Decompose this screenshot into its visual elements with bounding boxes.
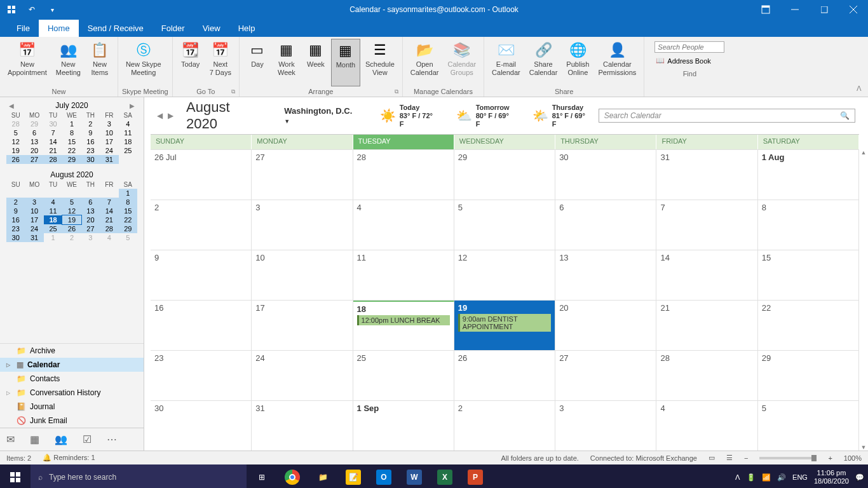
day-cell[interactable]: 22 [758,301,859,350]
minical-day[interactable]: 17 [100,137,118,146]
minical-day[interactable]: 6 [81,198,100,207]
minical-day[interactable]: 13 [25,137,43,146]
day-cell[interactable]: 3 [555,401,656,451]
day-cell[interactable]: 6 [555,200,656,250]
chrome-icon[interactable] [277,464,308,488]
minical-day[interactable]: 21 [100,215,118,224]
work-week-button[interactable]: ▦Work Week [273,39,301,86]
minical-day[interactable]: 7 [100,198,118,207]
nav-junk[interactable]: 🚫Junk Email [0,414,144,428]
minical-day[interactable]: 15 [62,137,81,146]
minical-day[interactable]: 16 [6,215,25,224]
minical-day[interactable]: 21 [44,146,62,155]
next-7-days-button[interactable]: 📅Next 7 Days [206,39,235,86]
minical-day[interactable]: 22 [62,146,81,155]
weather-day[interactable]: 🌤️Thursday81° F / 69° F [532,104,590,128]
mini-calendar-august[interactable]: August 2020 SUMOTUWETHFRSA12345678910111… [6,169,137,242]
day-view-button[interactable]: ▭Day [243,39,271,86]
minical-day[interactable]: 23 [81,146,100,155]
tab-folder[interactable]: Folder [153,20,194,37]
day-cell[interactable]: 4 [656,401,757,451]
calendar-groups-button[interactable]: 📚Calendar Groups [444,39,480,86]
calendar-event[interactable]: 9:00am DENTIST APPOINTMENT [458,314,551,332]
day-cell[interactable]: 24 [252,351,353,400]
new-meeting-button[interactable]: 👥New Meeting [52,39,85,86]
day-cell[interactable]: 30 [555,150,656,200]
undo-icon[interactable]: ↶ [25,3,38,16]
minical-day[interactable]: 12 [6,137,25,146]
volume-icon[interactable]: 🔊 [777,473,786,482]
minical-day[interactable]: 2 [81,119,100,128]
day-cell[interactable]: 15 [758,250,859,300]
clock[interactable]: 11:06 pm18/08/2020 [814,469,849,485]
address-book-button[interactable]: 📖Address Book [654,55,724,66]
minical-day[interactable]: 7 [44,128,62,137]
minical-day[interactable]: 25 [119,146,137,155]
minical-day[interactable]: 1 [119,189,137,198]
search-icon[interactable]: 🔍 [840,111,850,120]
view-normal-icon[interactable]: ▭ [709,454,715,462]
day-cell[interactable]: 4 [353,200,454,250]
minical-day[interactable]: 15 [119,207,137,215]
day-cell[interactable]: 28 [656,351,757,400]
minical-day[interactable]: 3 [81,233,100,242]
day-cell[interactable]: 17 [252,301,353,350]
minical-day[interactable]: 28 [44,155,62,164]
minical-day[interactable]: 29 [25,119,43,128]
minical-day[interactable]: 18 [44,215,62,224]
minical-day[interactable]: 14 [100,207,118,215]
outlook-taskbar-icon[interactable]: O [369,464,399,488]
minical-day[interactable]: 22 [119,215,137,224]
day-cell[interactable]: 29 [758,351,859,400]
minical-day[interactable]: 24 [100,146,118,155]
minical-day[interactable]: 27 [81,224,100,233]
minical-day[interactable]: 4 [100,233,118,242]
sticky-notes-icon[interactable]: 📝 [338,464,369,488]
day-cell[interactable]: 7 [656,200,757,250]
minical-day[interactable]: 24 [25,224,43,233]
minical-day[interactable]: 19 [62,215,81,224]
minical-day[interactable]: 17 [25,215,43,224]
prev-month-icon[interactable]: ◀ [6,102,17,109]
minical-day[interactable]: 29 [62,155,81,164]
day-cell[interactable]: 5 [758,401,859,451]
battery-icon[interactable]: 🔋 [747,473,756,482]
minical-day[interactable]: 3 [25,198,43,207]
new-appointment-button[interactable]: 📅New Appointment [4,39,51,86]
task-view-icon[interactable]: ⊞ [247,464,277,488]
day-cell[interactable]: 2 [151,200,252,250]
day-cell[interactable]: 9 [151,250,252,300]
today-button[interactable]: 📆Today [177,39,205,86]
day-cell[interactable]: 27 [555,351,656,400]
explorer-icon[interactable]: 📁 [308,464,338,488]
goto-launcher-icon[interactable]: ⧉ [231,88,235,95]
day-cell[interactable]: 1 Sep [353,401,454,451]
tab-home[interactable]: Home [39,20,79,37]
minical-day[interactable]: 27 [25,155,43,164]
email-calendar-button[interactable]: ✉️E-mail Calendar [488,39,524,86]
minical-day[interactable]: 31 [25,233,43,242]
day-cell[interactable]: 28 [353,150,454,200]
day-cell[interactable]: 1 Aug [758,150,859,200]
minical-day[interactable]: 2 [62,233,81,242]
day-cell[interactable]: 23 [151,351,252,400]
day-cell[interactable]: 10 [252,250,353,300]
close-icon[interactable] [839,0,868,19]
month-view-button[interactable]: ▦Month [331,39,360,86]
minical-day[interactable]: 11 [119,128,137,137]
day-cell[interactable]: 8 [758,200,859,250]
tasks-icon[interactable]: ☑ [83,433,92,445]
mail-icon[interactable]: ✉ [6,433,15,445]
minical-day[interactable]: 14 [44,137,62,146]
language-indicator[interactable]: ENG [792,473,808,481]
minical-day[interactable]: 13 [81,207,100,215]
day-cell[interactable]: 29 [454,150,555,200]
zoom-level[interactable]: 100% [844,454,862,462]
day-cell[interactable]: 31 [656,150,757,200]
ribbon-options-icon[interactable] [751,0,780,19]
next-period-icon[interactable]: ▶ [168,111,173,120]
mini-calendar-july[interactable]: ◀July 2020▶ SUMOTUWETHFRSA28293012345678… [6,100,137,164]
calendar-permissions-button[interactable]: 👤Calendar Permissions [594,39,640,86]
weather-location[interactable]: Washington, D.C. ▼ [284,106,358,125]
wifi-icon[interactable]: 📶 [762,473,771,482]
